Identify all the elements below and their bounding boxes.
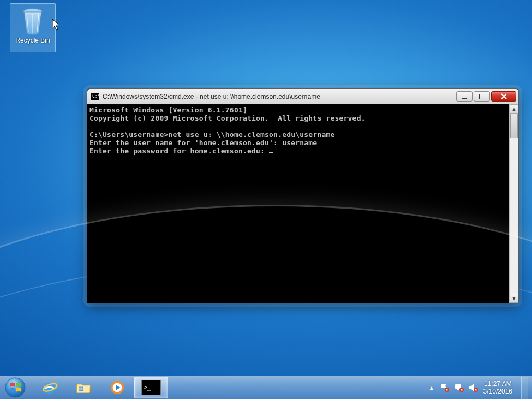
desktop[interactable]: Recycle Bin C:\ C:\Windows\system32\cmd.… (0, 0, 532, 399)
terminal-output[interactable]: Microsoft Windows [Version 6.1.7601] Cop… (87, 104, 509, 303)
minimize-button[interactable] (456, 91, 473, 102)
taskbar-item-explorer[interactable] (67, 377, 100, 398)
terminal-line: Copyright (c) 2009 Microsoft Corporation… (89, 114, 366, 122)
cmd-body: Microsoft Windows [Version 6.1.7601] Cop… (87, 104, 518, 303)
network-icon[interactable] (454, 383, 464, 392)
window-title: C:\Windows\system32\cmd.exe - net use u:… (103, 93, 320, 100)
taskbar-item-wmp[interactable] (100, 377, 134, 398)
svg-rect-8 (455, 384, 461, 389)
clock[interactable]: 11:27 AM 3/10/2016 (483, 380, 512, 395)
taskbar-item-ie[interactable] (33, 377, 67, 398)
folder-icon (75, 379, 92, 396)
close-button[interactable] (491, 91, 516, 102)
show-hidden-icons-button[interactable]: ▲ (429, 385, 434, 391)
trash-icon (19, 7, 46, 35)
media-player-icon (109, 379, 126, 396)
cmd-icon: C:\ (91, 93, 99, 100)
taskbar-item-cmd[interactable]: >_ (134, 377, 168, 398)
svg-rect-9 (457, 389, 459, 390)
internet-explorer-icon (41, 379, 58, 396)
scroll-down-button[interactable]: ▼ (510, 294, 518, 303)
terminal-line: Microsoft Windows [Version 6.1.7601] (89, 106, 247, 114)
maximize-button[interactable] (474, 91, 490, 102)
taskbar-items: >_ (33, 376, 168, 399)
command-prompt-icon: >_ (141, 380, 161, 395)
scroll-up-button[interactable]: ▲ (510, 104, 518, 114)
taskbar[interactable]: >_ ▲ 11:27 AM 3/10/2016 (0, 376, 532, 399)
scrollbar[interactable]: ▲ ▼ (509, 104, 518, 303)
scroll-thumb[interactable] (510, 114, 518, 138)
windows-logo-icon (5, 377, 26, 398)
titlebar[interactable]: C:\ C:\Windows\system32\cmd.exe - net us… (87, 89, 518, 104)
tray-icons (440, 383, 478, 392)
clock-date: 3/10/2016 (483, 388, 512, 395)
volume-icon[interactable] (468, 383, 478, 392)
window-controls (456, 91, 518, 102)
recycle-bin-icon[interactable]: Recycle Bin (10, 3, 56, 52)
start-button[interactable] (2, 376, 28, 400)
svg-point-1 (5, 378, 25, 397)
clock-time: 11:27 AM (483, 380, 512, 388)
svg-rect-4 (79, 387, 83, 391)
text-cursor-icon (269, 152, 273, 153)
terminal-line: Enter the user name for 'home.clemson.ed… (89, 139, 317, 147)
recycle-bin-label: Recycle Bin (15, 37, 50, 44)
scroll-track[interactable] (510, 114, 518, 294)
command-prompt-window[interactable]: C:\ C:\Windows\system32\cmd.exe - net us… (87, 88, 519, 303)
system-tray: ▲ 11:27 AM 3/10/2016 (429, 376, 532, 399)
show-desktop-button[interactable] (521, 377, 528, 399)
action-center-icon[interactable] (440, 383, 450, 392)
terminal-line: C:\Users\username>net use u: \\home.clem… (89, 130, 335, 139)
terminal-line: Enter the password for home.clemson.edu: (89, 147, 269, 155)
